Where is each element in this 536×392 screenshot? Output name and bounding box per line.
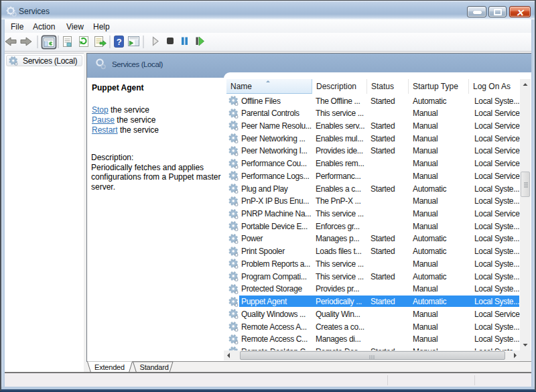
svg-text:Standard: Standard (140, 363, 169, 371)
svg-text:?: ? (117, 37, 122, 47)
svg-text:Extended: Extended (94, 363, 125, 371)
